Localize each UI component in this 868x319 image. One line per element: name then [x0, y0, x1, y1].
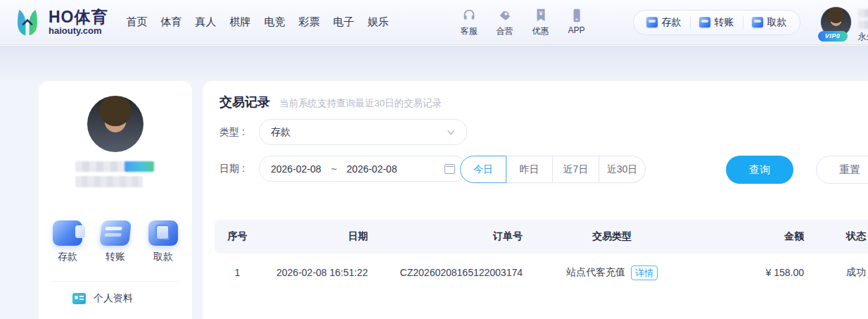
- transactions-table: 序号 日期 订单号 交易类型 金额 状态 1 2026-02-08 16:51:…: [215, 220, 868, 292]
- withdraw-label: 取款: [153, 251, 173, 263]
- vip-badge: VIP0: [818, 31, 848, 42]
- chevron-down-icon: [447, 128, 455, 137]
- profile-link-label: 个人资料: [94, 292, 133, 305]
- withdraw-icon: [752, 17, 763, 27]
- quick-link-label: 合营: [497, 25, 513, 37]
- avatar[interactable]: [87, 96, 143, 152]
- top-header: HO体育 haiouty.com 首页 体育 真人 棋牌 电竞 彩票 电子 娱乐…: [0, 0, 868, 45]
- wallet-shortcuts: 存款 转账 取款: [39, 220, 192, 263]
- card-3d-icon: [99, 220, 132, 246]
- col-type: 交易类型: [531, 230, 693, 243]
- header-fade-band: [0, 46, 868, 82]
- handshake-icon: [497, 8, 513, 23]
- deposit-label: 存款: [662, 16, 682, 29]
- detail-tag-button[interactable]: 详情: [631, 265, 658, 280]
- nav-home[interactable]: 首页: [127, 15, 148, 29]
- wallet-actions-group: 存款 转账 取款: [633, 10, 800, 35]
- nav-live-casino[interactable]: 真人: [196, 15, 217, 29]
- coupon-ribbon-icon: ¥: [533, 8, 549, 23]
- transfer-label: 转账: [106, 251, 125, 263]
- calendar-icon: [445, 164, 455, 174]
- sidebar-withdraw-button[interactable]: 取款: [146, 220, 180, 263]
- balance-blurred: [858, 20, 868, 29]
- id-card-icon: [72, 293, 86, 304]
- logo-domain: haiouty.com: [49, 25, 108, 36]
- date-from-value: 2026-02-08: [271, 163, 321, 175]
- search-button[interactable]: 查询: [726, 156, 793, 184]
- type-label: 类型 :: [219, 126, 252, 139]
- wallet-3d-icon: [53, 220, 82, 246]
- logo-text: HO体育 haiouty.com: [49, 8, 108, 36]
- col-amount: 金额: [693, 230, 812, 243]
- sidebar-deposit-button[interactable]: 存款: [51, 220, 84, 263]
- transaction-records-panel: 交易记录 当前系统支持查询最近30日的交易记录 类型 : 存款 日期 : 202…: [203, 81, 868, 319]
- nav-esports[interactable]: 电竞: [264, 15, 286, 29]
- transaction-type-text: 站点代客充值: [566, 266, 625, 279]
- type-select[interactable]: 存款: [259, 119, 467, 145]
- withdraw-label: 取款: [767, 16, 787, 29]
- deposit-icon: [646, 17, 658, 27]
- cell-date: 2026-02-08 16:51:22: [260, 267, 376, 278]
- header-quick-links: 客服 合营 ¥ 优惠 APP: [457, 8, 589, 37]
- atm-3d-icon: [148, 220, 178, 246]
- username-blurred: [858, 9, 868, 18]
- date-range-picker[interactable]: 2026-02-08 ~ 2026-02-08: [259, 156, 467, 182]
- quick-link-label: 客服: [461, 25, 478, 37]
- brand-bird-icon: [13, 8, 42, 37]
- profile-sidebar: 存款 转账 取款 个人资料: [39, 81, 192, 319]
- logo-title: HO体育: [49, 8, 108, 25]
- col-date: 日期: [260, 230, 376, 243]
- header-withdraw-button[interactable]: 取款: [743, 16, 796, 29]
- col-status: 状态: [812, 230, 868, 243]
- range-today-button[interactable]: 今日: [460, 156, 506, 183]
- date-label: 日期 :: [219, 163, 252, 175]
- range-yesterday-button[interactable]: 昨日: [506, 156, 553, 183]
- divider: [51, 281, 179, 282]
- headset-icon: [461, 8, 477, 23]
- sidebar-item-profile[interactable]: 个人资料: [72, 292, 133, 305]
- date-to-value: 2026-02-08: [347, 163, 397, 175]
- app-download-link[interactable]: APP: [564, 8, 589, 37]
- header-deposit-button[interactable]: 存款: [638, 16, 690, 29]
- main-nav: 首页 体育 真人 棋牌 电竞 彩票 电子 娱乐: [127, 15, 389, 29]
- range-30days-button[interactable]: 近30日: [599, 156, 646, 183]
- transfer-icon: [699, 17, 710, 27]
- promotions-link[interactable]: ¥ 优惠: [528, 8, 554, 37]
- date-range-separator: ~: [331, 163, 337, 175]
- page-subtitle: 当前系统支持查询最近30日的交易记录: [279, 97, 442, 110]
- reset-button[interactable]: 重置: [816, 156, 868, 184]
- nav-board-games[interactable]: 棋牌: [230, 15, 251, 29]
- range-7days-button[interactable]: 近7日: [553, 156, 599, 183]
- nav-entertainment[interactable]: 娱乐: [368, 15, 389, 29]
- type-select-value: 存款: [271, 126, 447, 139]
- permanent-url-label: 永久网址 :: [858, 31, 868, 43]
- account-info-blurred: [75, 176, 143, 187]
- panel-header: 交易记录 当前系统支持查询最近30日的交易记录: [219, 94, 442, 111]
- table-row: 1 2026-02-08 16:51:22 CZ2026020816512200…: [215, 254, 868, 292]
- cell-type: 站点代客充值 详情: [531, 265, 693, 280]
- vip-badge-blurred: [125, 161, 154, 172]
- cell-status: 成功: [812, 266, 868, 279]
- sidebar-transfer-button[interactable]: 转账: [98, 220, 132, 263]
- username-blurred: [75, 161, 154, 172]
- page: HO体育 haiouty.com 首页 体育 真人 棋牌 电竞 彩票 电子 娱乐…: [0, 0, 868, 319]
- customer-service-link[interactable]: 客服: [457, 8, 482, 37]
- quick-link-label: 优惠: [532, 25, 549, 37]
- cell-order-no: CZ20260208165122003174: [376, 267, 531, 278]
- logo[interactable]: HO体育 haiouty.com: [13, 8, 108, 37]
- quick-range-group: 今日 昨日 近7日 近30日: [460, 156, 646, 183]
- page-title: 交易记录: [219, 94, 270, 111]
- header-transfer-button[interactable]: 转账: [690, 16, 743, 29]
- deposit-label: 存款: [58, 251, 77, 263]
- date-filter-row: 日期 : 2026-02-08 ~ 2026-02-08: [219, 156, 467, 182]
- col-order-no: 订单号: [376, 230, 531, 243]
- nav-slots[interactable]: 电子: [333, 15, 355, 29]
- quick-link-label: APP: [568, 25, 585, 35]
- cell-amount: ¥ 158.00: [693, 267, 812, 278]
- nav-sports[interactable]: 体育: [161, 15, 182, 29]
- partnership-link[interactable]: 合营: [492, 8, 518, 37]
- col-index: 序号: [215, 230, 260, 243]
- transfer-label: 转账: [715, 16, 734, 29]
- phone-icon: [569, 8, 585, 23]
- nav-lottery[interactable]: 彩票: [299, 15, 320, 29]
